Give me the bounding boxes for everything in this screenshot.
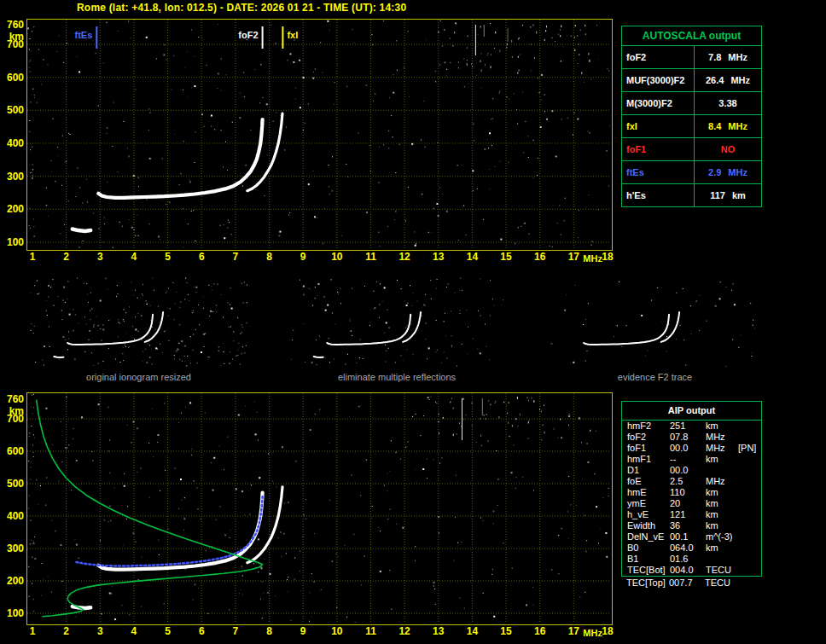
- noise-dot: [696, 301, 697, 302]
- aip-unit: MHz: [706, 476, 738, 487]
- noise-dot: [358, 133, 359, 134]
- noise-dot: [31, 519, 32, 520]
- aip-extra: [738, 520, 761, 531]
- noise-dot: [440, 20, 441, 21]
- thumbnail-caption-eliminate: eliminate multiple reflections: [290, 372, 503, 382]
- noise-dot: [168, 316, 169, 316]
- noise-dot: [473, 190, 474, 191]
- noise-dot: [585, 207, 586, 208]
- noise-dot: [346, 164, 346, 165]
- noise-dot: [494, 48, 495, 49]
- noise-dot: [205, 413, 206, 414]
- noise-dot: [61, 310, 62, 311]
- thumbnail-eliminate-reflections: [290, 277, 503, 367]
- noise-dot: [136, 209, 137, 210]
- aip-label: ymE: [627, 498, 670, 509]
- noise-dot: [127, 425, 128, 426]
- noise-dot: [155, 347, 157, 349]
- noise-dot: [259, 102, 260, 103]
- noise-dot: [531, 70, 532, 71]
- noise-dot: [416, 414, 416, 415]
- noise-dot: [607, 150, 608, 151]
- noise-dot: [619, 281, 620, 282]
- noise-dot: [327, 305, 329, 306]
- noise-dot: [517, 124, 518, 125]
- noise-dot: [32, 147, 32, 148]
- noise-dot: [581, 442, 582, 443]
- noise-dot: [480, 26, 481, 27]
- noise-dot: [332, 312, 333, 313]
- noise-dot: [266, 548, 267, 549]
- y-axis-tick: 760: [1, 19, 24, 31]
- noise-dot: [320, 42, 321, 43]
- noise-dot: [424, 305, 425, 306]
- noise-dot: [133, 294, 134, 295]
- noise-dot: [561, 528, 562, 529]
- noise-dot: [295, 461, 296, 461]
- noise-dot: [416, 243, 416, 244]
- noise-dot: [190, 336, 191, 337]
- noise-dot: [338, 293, 339, 294]
- noise-dot: [546, 119, 548, 120]
- noise-dot: [294, 557, 295, 558]
- noise-dot: [666, 336, 667, 337]
- noise-dot: [260, 599, 261, 600]
- noise-dot: [327, 20, 329, 22]
- noise-dot: [409, 96, 410, 97]
- noise-dot: [195, 292, 196, 293]
- noise-dot: [237, 355, 238, 356]
- noise-dot: [378, 232, 379, 233]
- y-axis-tick: 300: [1, 171, 24, 183]
- noise-dot: [444, 351, 445, 352]
- noise-dot: [347, 354, 348, 355]
- noise-dot: [468, 84, 468, 84]
- noise-dot: [529, 420, 530, 421]
- x-axis-tick: 10: [328, 625, 346, 637]
- noise-dot: [404, 300, 405, 301]
- noise-dot: [123, 360, 124, 361]
- noise-dot: [485, 323, 486, 324]
- noise-dot: [63, 287, 65, 288]
- noise-dot: [454, 293, 455, 293]
- aip-extra: [738, 554, 761, 565]
- noise-dot: [245, 406, 246, 407]
- autoscala-row: MUF(3000)F226.4MHz: [622, 69, 761, 92]
- noise-dot: [589, 132, 590, 133]
- noise-dot: [251, 484, 252, 485]
- aip-row: foF207.8MHz: [622, 432, 761, 443]
- noise-dot: [102, 361, 103, 362]
- noise-dot: [371, 518, 372, 519]
- noise-dot: [457, 433, 457, 435]
- noise-dot: [60, 233, 61, 234]
- noise-dot: [509, 436, 510, 437]
- noise-dot: [241, 283, 242, 284]
- noise-dot: [481, 88, 482, 89]
- noise-dot: [152, 278, 153, 279]
- autoscala-row: h'Es117km: [622, 184, 761, 206]
- noise-dot: [211, 126, 212, 127]
- noise-dot: [457, 542, 458, 543]
- noise-dot: [262, 618, 263, 618]
- noise-dot: [486, 139, 487, 140]
- aip-value: 20: [670, 498, 706, 509]
- noise-dot: [262, 581, 263, 582]
- noise-dot: [63, 62, 64, 63]
- noise-dot: [319, 409, 320, 410]
- noise-dot: [486, 346, 486, 347]
- noise-dot: [323, 296, 325, 298]
- marker-label-ftEs: ftEs: [75, 30, 93, 40]
- noise-dot: [303, 130, 304, 131]
- noise-dot: [229, 609, 230, 610]
- noise-dot: [399, 144, 400, 145]
- noise-dot: [133, 586, 134, 587]
- aip-value: 00.0: [670, 465, 706, 476]
- noise-dot: [533, 177, 534, 178]
- noise-dot: [426, 339, 427, 339]
- noise-dot: [244, 514, 245, 515]
- noise-dot: [286, 553, 287, 554]
- noise-dot: [140, 468, 141, 469]
- noise-dot: [193, 310, 194, 311]
- aip-row: DelN_vE00.1m^(-3): [622, 531, 761, 542]
- noise-dot: [84, 316, 85, 317]
- noise-dot: [517, 397, 518, 399]
